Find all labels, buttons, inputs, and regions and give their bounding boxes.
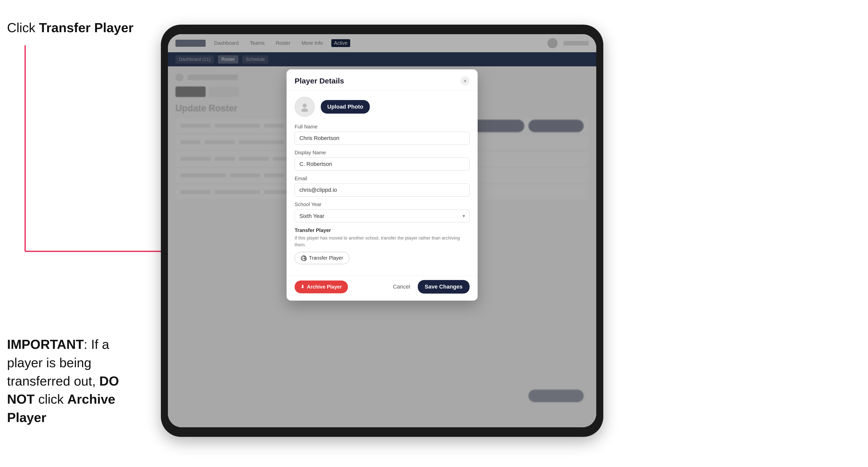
school-year-select[interactable]: First Year Second Year Third Year Fourth…	[294, 209, 470, 222]
footer-right-actions: Cancel Save Changes	[391, 280, 470, 293]
instruction-important: IMPORTANT	[7, 337, 84, 352]
instruction-top-prefix: Click	[7, 20, 39, 35]
transfer-player-section: Transfer Player If this player has moved…	[294, 227, 470, 264]
player-details-modal: Player Details ×	[286, 69, 477, 301]
school-year-group: School Year First Year Second Year Third…	[294, 201, 470, 222]
instruction-top-bold: Transfer Player	[39, 20, 133, 35]
instruction-click: click	[35, 392, 67, 406]
instruction-top: Click Transfer Player	[7, 20, 133, 35]
upload-photo-button[interactable]: Upload Photo	[321, 100, 370, 114]
email-label: Email	[294, 176, 470, 182]
app-chrome: Dashboard Teams Roster More Info Active …	[168, 34, 596, 427]
archive-player-label: Archive Player	[307, 284, 342, 290]
modal-body: Upload Photo Full Name Display Name	[286, 91, 477, 275]
svg-point-5	[302, 256, 306, 261]
email-group: Email	[294, 176, 470, 196]
full-name-group: Full Name	[294, 124, 470, 145]
tablet-device: Dashboard Teams Roster More Info Active …	[161, 25, 603, 437]
save-label: Save Changes	[425, 283, 463, 290]
display-name-input[interactable]	[294, 158, 470, 171]
svg-point-3	[303, 103, 307, 107]
modal-header: Player Details ×	[286, 69, 477, 91]
avatar-circle	[294, 97, 315, 117]
modal-overlay: Player Details ×	[168, 34, 596, 427]
full-name-label: Full Name	[294, 124, 470, 130]
email-input[interactable]	[294, 184, 470, 196]
archive-player-button[interactable]: ⬇ Archive Player	[294, 280, 348, 293]
transfer-section-title: Transfer Player	[294, 227, 470, 233]
save-changes-button[interactable]: Save Changes	[418, 280, 470, 293]
display-name-label: Display Name	[294, 150, 470, 156]
avatar-section: Upload Photo	[294, 97, 470, 117]
instruction-bottom: IMPORTANT: If a player is being transfer…	[7, 335, 148, 427]
transfer-section-desc: If this player has moved to another scho…	[294, 235, 470, 248]
modal-footer: ⬇ Archive Player Cancel Save Changes	[286, 275, 477, 301]
full-name-input[interactable]	[294, 132, 470, 145]
cancel-label: Cancel	[393, 283, 410, 290]
person-icon	[300, 102, 310, 112]
school-year-label: School Year	[294, 201, 470, 207]
transfer-player-button[interactable]: Transfer Player	[294, 252, 349, 264]
transfer-icon	[301, 255, 306, 261]
upload-photo-label: Upload Photo	[327, 103, 363, 110]
archive-icon: ⬇	[301, 284, 304, 289]
display-name-group: Display Name	[294, 150, 470, 171]
school-year-select-wrapper: First Year Second Year Third Year Fourth…	[294, 209, 470, 222]
close-icon: ×	[464, 78, 467, 84]
modal-title: Player Details	[294, 77, 344, 85]
svg-point-4	[301, 108, 308, 112]
transfer-player-label: Transfer Player	[309, 255, 343, 261]
cancel-button[interactable]: Cancel	[391, 280, 412, 293]
modal-close-button[interactable]: ×	[461, 76, 470, 86]
tablet-screen: Dashboard Teams Roster More Info Active …	[168, 34, 596, 427]
